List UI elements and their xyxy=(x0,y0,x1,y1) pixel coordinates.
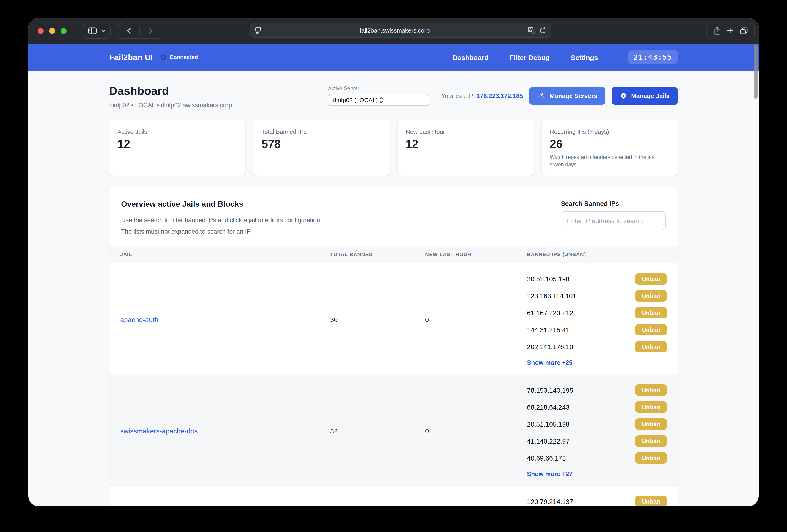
unban-button[interactable]: Unban xyxy=(635,341,667,352)
nav-link-dashboard[interactable]: Dashboard xyxy=(452,53,488,61)
unban-button[interactable]: Unban xyxy=(635,452,667,464)
unban-button[interactable]: Unban xyxy=(635,418,667,430)
panel-title: Overview active Jails and Blocks xyxy=(121,200,322,209)
connection-status: Connected xyxy=(160,54,198,61)
stat-value: 12 xyxy=(406,137,526,151)
banned-ips-cell: 78.153.140.195Unban68.218.64.243Unban20.… xyxy=(527,384,667,478)
stat-card-new-last-hour: New Last Hour 12 xyxy=(398,119,534,176)
history-nav-group xyxy=(118,23,162,39)
banned-ip-label: 144.31.215.41 xyxy=(527,326,569,333)
url-text: fail2ban.swissmakers.corp xyxy=(261,27,528,34)
jails-table: JAIL TOTAL BANNED NEW LAST HOUR BANNED I… xyxy=(109,246,678,506)
column-header-new-last-hour: NEW LAST HOUR xyxy=(425,251,527,257)
status-ring-icon xyxy=(160,54,166,60)
page-subtitle: rlinfp02 • LOCAL • rlinfp02.swissmakers.… xyxy=(109,102,328,109)
banned-ip-row: 20.51.105.198Unban xyxy=(527,418,667,430)
unban-button[interactable]: Unban xyxy=(635,496,667,506)
banned-ip-row: 61.167.223.212Unban xyxy=(527,307,667,318)
forward-button[interactable] xyxy=(140,23,161,39)
zoom-window-button[interactable] xyxy=(61,28,66,34)
unban-button[interactable]: Unban xyxy=(635,290,667,302)
app-navbar: Fail2ban UI Connected Dashboard Filter D… xyxy=(28,44,759,71)
banned-ip-row: 68.218.64.243Unban xyxy=(527,401,667,413)
overview-panel: Overview active Jails and Blocks Use the… xyxy=(109,187,678,506)
banned-ip-row: 123.163.114.101Unban xyxy=(527,290,667,302)
app-brand: Fail2ban UI xyxy=(109,52,153,62)
chevron-down-icon xyxy=(101,29,105,32)
unban-button[interactable]: Unban xyxy=(635,307,667,318)
banned-ip-row: 120.79.214.137Unban xyxy=(527,496,667,506)
column-header-banned-ips: BANNED IPS (UNBAN) xyxy=(527,251,667,257)
active-server-select[interactable]: rlinfp02 (LOCAL) xyxy=(328,94,429,106)
column-header-jail: JAIL xyxy=(120,251,330,257)
sitemap-icon xyxy=(538,92,546,99)
manage-jails-label: Manage Jails xyxy=(631,92,669,99)
unban-button[interactable]: Unban xyxy=(635,273,667,285)
unban-button[interactable]: Unban xyxy=(635,384,667,396)
panel-description-line1: Use the search to filter banned IPs and … xyxy=(121,215,322,226)
unban-button[interactable]: Unban xyxy=(635,401,667,413)
banned-ip-label: 20.51.105.198 xyxy=(527,420,569,428)
translate-icon[interactable]: A 文 xyxy=(528,27,536,34)
nav-link-filter-debug[interactable]: Filter Debug xyxy=(510,53,550,61)
stat-label: Total Banned IPs xyxy=(262,128,382,135)
stat-cards: Active Jails 12 Total Banned IPs 578 New… xyxy=(109,119,678,176)
external-ip-value: 176.223.172.185 xyxy=(476,92,523,99)
reload-icon[interactable] xyxy=(539,27,546,34)
unban-button[interactable]: Unban xyxy=(635,435,667,447)
show-more-link[interactable]: Show more +27 xyxy=(527,471,573,478)
browser-toolbar: fail2ban.swissmakers.corp A 文 xyxy=(28,18,759,44)
desktop-background: fail2ban.swissmakers.corp A 文 xyxy=(0,0,787,532)
banned-ips-cell: 120.79.214.137Unban217.217.253.132Unban xyxy=(527,496,667,506)
table-row: 120.79.214.137Unban217.217.253.132Unban xyxy=(109,485,678,506)
stat-value: 12 xyxy=(118,137,237,151)
sidebar-toggle-button[interactable] xyxy=(83,23,110,39)
banned-ip-row: 78.153.140.195Unban xyxy=(527,384,667,396)
jail-link[interactable]: swissmakers-apache-dos xyxy=(120,427,198,435)
nav-link-settings[interactable]: Settings xyxy=(571,53,598,61)
manage-servers-button[interactable]: Manage Servers xyxy=(530,87,605,105)
sidebar-icon xyxy=(88,27,97,34)
table-body: apache-auth30020.51.105.198Unban123.163.… xyxy=(109,263,678,506)
toolbar-right-group xyxy=(706,23,755,39)
search-input[interactable] xyxy=(561,211,666,230)
reader-icon[interactable] xyxy=(255,27,261,34)
share-icon[interactable] xyxy=(714,27,721,35)
table-header-row: JAIL TOTAL BANNED NEW LAST HOUR BANNED I… xyxy=(109,246,678,263)
banned-ip-label: 20.51.105.198 xyxy=(527,275,569,283)
jail-cell: apache-auth xyxy=(120,316,330,324)
address-bar[interactable]: fail2ban.swissmakers.corp A 文 xyxy=(250,23,551,38)
new-last-hour-cell: 0 xyxy=(425,427,527,435)
table-row: swissmakers-apache-dos32078.153.140.195U… xyxy=(109,374,678,485)
minimize-window-button[interactable] xyxy=(49,28,55,34)
total-banned-cell: 30 xyxy=(330,316,425,324)
stat-value: 578 xyxy=(262,137,382,151)
manage-servers-label: Manage Servers xyxy=(550,92,597,99)
total-banned-cell: 32 xyxy=(330,427,425,435)
show-more-link[interactable]: Show more +25 xyxy=(527,359,573,366)
server-clock: 21:43:55 xyxy=(628,50,678,64)
tab-overview-icon[interactable] xyxy=(740,27,748,34)
jail-cell: swissmakers-apache-dos xyxy=(120,427,330,435)
manage-jails-button[interactable]: Manage Jails xyxy=(612,87,678,105)
new-tab-icon[interactable] xyxy=(727,27,733,34)
status-label: Connected xyxy=(169,54,198,61)
close-window-button[interactable] xyxy=(38,28,44,34)
active-server-value: rlinfp02 (LOCAL) xyxy=(333,96,379,103)
jail-link[interactable]: apache-auth xyxy=(120,316,158,324)
select-chevrons-icon xyxy=(379,96,425,103)
banned-ip-label: 202.141.176.10 xyxy=(527,343,573,350)
panel-description: Use the search to filter banned IPs and … xyxy=(121,215,322,237)
banned-ip-label: 68.218.64.243 xyxy=(527,403,569,411)
browser-window: fail2ban.swissmakers.corp A 文 xyxy=(28,18,759,506)
page-scrollbar[interactable] xyxy=(754,44,758,98)
stat-label: New Last Hour xyxy=(406,128,526,135)
stat-value: 26 xyxy=(550,137,670,151)
table-row: apache-auth30020.51.105.198Unban123.163.… xyxy=(109,263,678,374)
new-last-hour-cell: 0 xyxy=(425,316,527,324)
gear-icon xyxy=(620,92,627,99)
back-button[interactable] xyxy=(118,23,140,39)
unban-button[interactable]: Unban xyxy=(635,324,667,335)
search-label: Search Banned IPs xyxy=(561,200,666,207)
stat-card-active-jails: Active Jails 12 xyxy=(109,119,246,176)
